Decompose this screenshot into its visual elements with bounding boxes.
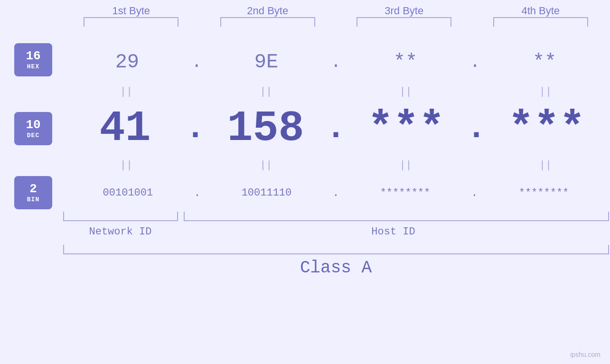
dec-b4: ***: [499, 107, 594, 150]
network-bracket: [63, 212, 178, 221]
dot-dec-2: .: [326, 112, 346, 145]
dec-b1: 41: [77, 107, 172, 150]
class-bracket: [63, 245, 609, 254]
eq1-b3: ||: [358, 86, 453, 98]
bin-b4: ********: [497, 187, 591, 199]
eq2-b2: ||: [218, 159, 313, 171]
dot-hex-2: .: [331, 53, 341, 72]
watermark: ipshu.com: [570, 351, 601, 358]
eq1-b4: ||: [498, 86, 593, 98]
class-label: Class A: [63, 258, 609, 278]
bin-values-grid: 00101001 . 10011110 . ******** . *******…: [71, 174, 601, 212]
dot-bin-3: .: [471, 187, 478, 199]
hex-name: HEX: [27, 63, 39, 70]
bin-b3: ********: [357, 187, 452, 199]
bin-number: 2: [29, 182, 37, 196]
hex-b3: **: [358, 51, 453, 74]
dec-number: 10: [26, 118, 40, 132]
bottom-brackets: [63, 212, 609, 224]
bin-b1: 00101001: [80, 187, 175, 199]
dot-hex-1: .: [192, 53, 202, 72]
bracket-byte2: [220, 17, 315, 27]
bottom-section: Network ID Host ID: [63, 212, 609, 238]
eq1-b1: ||: [79, 86, 174, 98]
dec-base-section: 10 DEC: [9, 110, 71, 148]
equals-row-2: || || || ||: [71, 157, 601, 174]
dot-hex-3: .: [470, 53, 480, 72]
bottom-labels: Network ID Host ID: [63, 226, 609, 238]
class-section: Class A: [63, 245, 609, 278]
byte4-header: 4th Byte: [488, 5, 593, 17]
dec-name: DEC: [27, 132, 39, 139]
main-container: 1st Byte 2nd Byte 3rd Byte 4th Byte 16 H…: [0, 0, 610, 364]
hex-b1: 29: [80, 51, 175, 74]
dec-b3: ***: [358, 107, 453, 150]
dec-badge: 10 DEC: [14, 112, 52, 145]
network-id-label: Network ID: [63, 226, 178, 238]
top-brackets: [63, 17, 609, 31]
host-bracket: [184, 212, 609, 221]
bracket-byte4: [493, 17, 588, 27]
hex-b2: 9E: [219, 51, 314, 74]
bin-base-section: 2 BIN: [9, 174, 71, 212]
byte2-header: 2nd Byte: [216, 5, 320, 17]
bracket-byte3: [357, 17, 451, 27]
eq2-b3: ||: [358, 159, 453, 171]
dec-values-grid: 41 . 158 . *** . ***: [71, 100, 601, 157]
byte-headers: 1st Byte 2nd Byte 3rd Byte 4th Byte: [63, 5, 609, 17]
hex-row: 29 . 9E . ** . **: [71, 36, 601, 84]
hex-b4: **: [497, 51, 592, 74]
dec-b2: 158: [218, 107, 313, 150]
equals-row-1: || || || ||: [71, 84, 601, 100]
bin-name: BIN: [27, 196, 39, 203]
bin-row: 00101001 . 10011110 . ******** . *******…: [71, 174, 601, 212]
byte3-header: 3rd Byte: [352, 5, 456, 17]
hex-base-section: 16 HEX: [9, 41, 71, 79]
eq2-b1: ||: [79, 159, 174, 171]
hex-number: 16: [26, 49, 40, 63]
dot-bin-2: .: [332, 187, 339, 199]
hex-badge: 16 HEX: [14, 43, 52, 76]
eq1-b2: ||: [218, 86, 313, 98]
dot-dec-3: .: [466, 112, 486, 145]
dec-row: 41 . 158 . *** . ***: [71, 100, 601, 157]
dot-bin-1: .: [194, 187, 200, 199]
dot-dec-1: .: [185, 112, 205, 145]
bin-b2: 10011110: [219, 187, 314, 199]
hex-values-grid: 29 . 9E . ** . **: [71, 36, 601, 84]
eq2-b4: ||: [498, 159, 593, 171]
byte1-header: 1st Byte: [79, 5, 183, 17]
host-id-label: Host ID: [178, 226, 609, 238]
bracket-byte1: [84, 17, 178, 27]
bin-badge: 2 BIN: [14, 176, 52, 209]
